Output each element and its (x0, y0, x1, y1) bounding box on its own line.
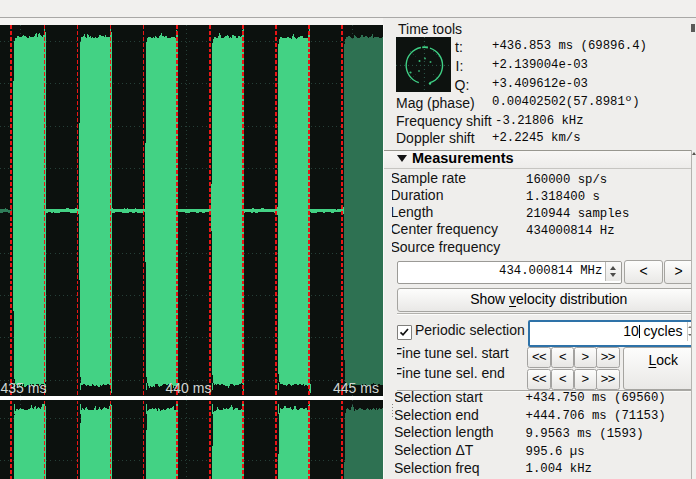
svg-text:435 ms: 435 ms (1, 380, 47, 396)
svg-text:445 ms: 445 ms (333, 380, 379, 396)
svg-text:440 ms: 440 ms (166, 380, 212, 396)
